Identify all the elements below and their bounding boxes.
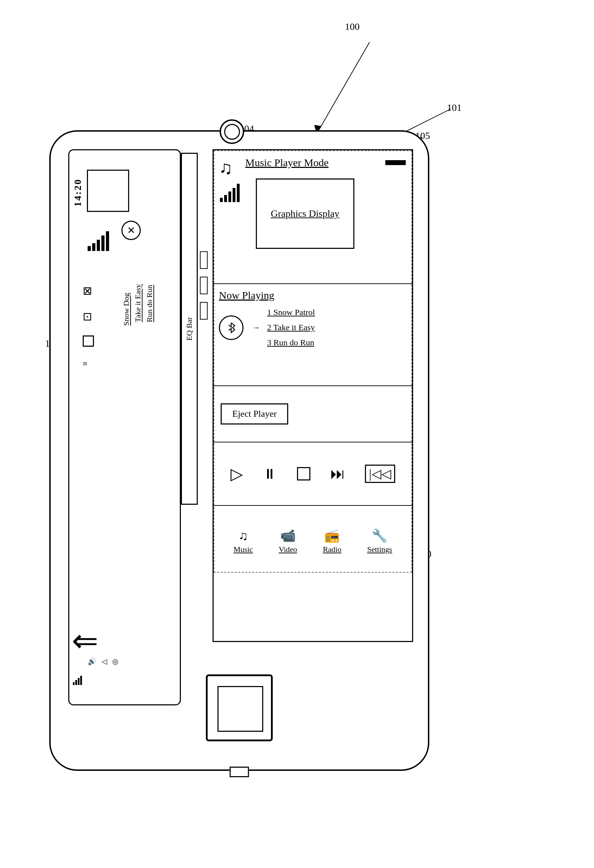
track-1: 1 Snow Patrol [267, 305, 315, 320]
play-button[interactable]: ▷ [230, 464, 243, 483]
nav-video[interactable]: 📹 Video [279, 528, 297, 554]
bluetooth-cross-icon: ✕ [121, 221, 141, 240]
eq-bar: EQ Bar [181, 153, 198, 505]
nav-radio[interactable]: 📻 Radio [323, 528, 342, 554]
video-nav-icon: 📹 [280, 528, 296, 543]
repeat-icon: ⊡ [83, 310, 94, 323]
right-panel: ♫ Music Player Mode Graphics Display [212, 149, 413, 642]
track-list: 1 Snow Patrol 2 Take it Easy 3 Run do Ru… [267, 305, 315, 351]
track-3: 3 Run do Run [267, 335, 315, 350]
section-now-playing: Now Playing → 1 Snow Patrol 2 Take it Ea… [214, 284, 412, 386]
mode-title: Music Player Mode [245, 156, 329, 168]
bluetooth-icon [219, 315, 243, 340]
left-panel-icons: ⊠ ⊡ ≡ [83, 284, 94, 369]
small-rect-buttons [200, 251, 208, 320]
diagram-container: 100 101 102 103 104 105 106 107 108 109 … [0, 0, 594, 868]
graphics-display-box: Graphics Display [256, 179, 354, 249]
signal-bars [88, 231, 109, 251]
device-body: 14:20 ✕ ⊠ ⊡ ≡ [49, 130, 429, 771]
camera-button[interactable] [220, 119, 244, 144]
section-controls: ▷ ⏸ ⏭ |◁◁ [214, 443, 412, 506]
music-nav-icon: ♫ [239, 528, 248, 543]
bottom-signal [73, 676, 82, 685]
left-panel: 14:20 ✕ ⊠ ⊡ ≡ [68, 149, 181, 706]
svg-line-0 [317, 42, 370, 134]
ref-100: 100 [345, 21, 360, 32]
volume-bar [385, 160, 406, 165]
ref-101: 101 [447, 102, 462, 113]
nav-music[interactable]: ♫ Music [234, 528, 253, 554]
section-nav: ♫ Music 📹 Video 📻 Radio 🔧 Settings [214, 506, 412, 576]
video-nav-label: Video [279, 545, 297, 554]
rect-btn-1[interactable] [200, 251, 208, 269]
right-signal-bars [220, 184, 240, 202]
eq-bar-label: EQ Bar [185, 317, 194, 341]
shuffle-icon: ⊠ [83, 284, 94, 297]
stop-button[interactable] [297, 467, 310, 480]
track-2: 2 Take it Easy [267, 320, 315, 335]
back-arrow-button[interactable]: ⇐ [72, 625, 98, 657]
section-music-mode: ♫ Music Player Mode Graphics Display [214, 150, 412, 284]
next-button[interactable]: ⏭ [330, 465, 345, 482]
now-playing-content: → 1 Snow Patrol 2 Take it Easy 3 Run do … [219, 305, 407, 351]
prev-button[interactable]: |◁◁ [365, 465, 395, 483]
graphics-display-text: Graphics Display [271, 207, 339, 220]
pause-button[interactable]: ⏸ [263, 466, 277, 482]
nav-settings[interactable]: 🔧 Settings [367, 528, 392, 554]
eject-player-button[interactable]: Eject Player [221, 403, 288, 425]
time-display: 14:20 [72, 179, 83, 207]
music-nav-label: Music [234, 545, 253, 554]
dpad[interactable] [206, 675, 273, 741]
radio-nav-label: Radio [323, 545, 342, 554]
current-track-arrow: → [252, 323, 260, 332]
rect-btn-2[interactable] [200, 277, 208, 294]
lines-icon: ≡ [83, 359, 94, 369]
music-note-icon: ♫ [219, 157, 233, 178]
radio-nav-icon: 📻 [324, 528, 340, 543]
rect-btn-3[interactable] [200, 302, 208, 320]
now-playing-title: Now Playing [219, 289, 407, 301]
settings-nav-icon: 🔧 [371, 528, 388, 543]
section-eject: Eject Player [214, 386, 412, 443]
album-art [87, 170, 129, 212]
left-bottom-icons: 🔊 ◁ ◎ [88, 657, 118, 666]
settings-nav-label: Settings [367, 545, 392, 554]
left-track-listing: Snow Dog Take it Easy Run do Run [120, 284, 155, 326]
square-icon [83, 335, 94, 347]
dpad-inner [217, 686, 263, 732]
connector [230, 767, 249, 777]
